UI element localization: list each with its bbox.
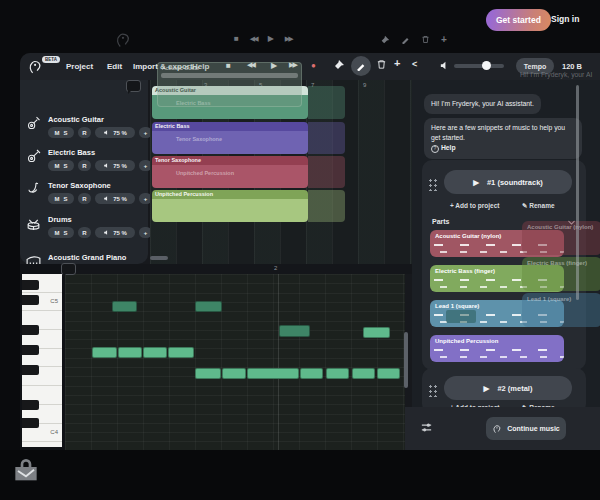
solo-button[interactable]: S — [63, 196, 67, 202]
drag-handle-icon[interactable] — [428, 178, 437, 191]
piano-note[interactable] — [377, 368, 400, 379]
piano-black-key[interactable] — [22, 365, 39, 375]
piano-black-key[interactable] — [22, 280, 39, 290]
arrangement-area[interactable]: 3 5 7 9 Acoustic Guitar Electric Bass El… — [150, 80, 412, 264]
clip-label: Tenor Saxophone — [152, 156, 308, 165]
add-to-project-button[interactable]: + Add to project — [450, 202, 499, 209]
clip-electric-bass[interactable]: Electric Bass Tenor Saxophone — [152, 122, 308, 154]
pin-icon — [380, 35, 390, 45]
volume-icon[interactable] — [439, 60, 450, 71]
solo-button[interactable]: S — [63, 230, 67, 236]
piano-black-key[interactable] — [22, 345, 39, 355]
mute-button[interactable]: M — [54, 230, 59, 236]
menu-edit[interactable]: Edit — [107, 62, 122, 71]
play-icon[interactable]: ▶ — [473, 178, 479, 187]
arm-record-button[interactable]: R — [78, 227, 91, 238]
clip-unpitched-percussion[interactable]: Unpitched Percussion — [152, 190, 308, 222]
help-icon[interactable]: ? — [431, 145, 439, 153]
mute-solo-buttons[interactable]: M S — [48, 193, 74, 204]
assistant-intro-bubble: Here are a few snippets of music to help… — [424, 118, 582, 159]
piano-keyboard[interactable]: C5 C4 — [22, 274, 62, 447]
pencil-tool-button[interactable] — [351, 56, 371, 76]
piano-roll-ruler[interactable]: 2 — [65, 264, 412, 274]
piano-note[interactable] — [326, 368, 349, 379]
piano-note[interactable] — [363, 327, 390, 338]
delete-tool-button[interactable] — [376, 59, 387, 70]
mute-solo-buttons[interactable]: M S — [48, 227, 74, 238]
snippet-1-play-pill[interactable]: ▶ #1 (soundtrack) — [444, 170, 572, 194]
track-list-sidebar: Acoustic Guitar M S R 75 % + Electric Ba… — [20, 80, 148, 264]
drag-handle-icon[interactable] — [428, 384, 437, 397]
arm-record-button[interactable]: R — [78, 193, 91, 204]
piano-note[interactable] — [247, 368, 299, 379]
piano-note[interactable] — [112, 301, 137, 312]
speaker-icon — [103, 229, 110, 236]
track-name[interactable]: Drums — [48, 215, 72, 224]
panel-scrollbar-ghost — [576, 85, 579, 300]
volume-slider-knob[interactable] — [482, 61, 491, 70]
piano-note[interactable] — [195, 301, 222, 312]
piano-note[interactable] — [143, 347, 167, 358]
part-chip-label: Acoustic Guitar (nylon) — [435, 233, 501, 239]
piano-note[interactable] — [118, 347, 142, 358]
horizontal-scrollbar[interactable] — [150, 256, 168, 260]
piano-note[interactable] — [195, 368, 221, 379]
snippet-2-play-pill[interactable]: ▶ #2 (metal) — [444, 376, 572, 400]
sign-in-button[interactable]: Sign in — [551, 14, 579, 24]
track-volume-control[interactable]: 75 % — [95, 193, 135, 204]
vertical-scrollbar[interactable] — [404, 332, 408, 388]
parts-section-label[interactable]: Parts — [432, 218, 450, 225]
piano-note[interactable] — [279, 325, 310, 337]
saxophone-icon — [26, 181, 42, 197]
track-volume-control[interactable]: 75 % — [95, 160, 135, 171]
clip-tenor-saxophone[interactable]: Tenor Saxophone Unpitched Percussion — [152, 156, 308, 188]
part-chip-unpitched-percussion[interactable]: Unpitched Percussion — [430, 335, 564, 362]
piano-white-key[interactable] — [22, 442, 62, 447]
piano-roll-grid[interactable] — [65, 274, 405, 450]
mute-button[interactable]: M — [54, 196, 59, 202]
volume-slider[interactable] — [454, 64, 504, 68]
track-volume-control[interactable]: 75 % — [95, 127, 135, 138]
plus-icon: + — [441, 34, 447, 45]
track-name[interactable]: Acoustic Grand Piano — [48, 253, 126, 262]
arm-record-button[interactable]: R — [78, 127, 91, 138]
play-icon[interactable]: ▶ — [484, 384, 490, 393]
mute-button[interactable]: M — [54, 130, 59, 136]
piano-black-key[interactable] — [22, 325, 39, 335]
continue-music-button[interactable]: Continue music — [486, 417, 566, 440]
piano-note[interactable] — [168, 347, 194, 358]
piano-black-key[interactable] — [22, 400, 39, 410]
piano-black-key[interactable] — [22, 295, 39, 305]
track-name[interactable]: Tenor Saxophone — [48, 181, 111, 190]
mute-solo-buttons[interactable]: M S — [48, 127, 74, 138]
solo-button[interactable]: S — [63, 130, 67, 136]
track-name[interactable]: Acoustic Guitar — [48, 115, 104, 124]
tempo-value[interactable]: 120 B — [562, 62, 582, 71]
get-started-button[interactable]: Get started — [486, 9, 551, 31]
drag-preview-label: Acoustic Guitar — [162, 65, 199, 71]
rename-button[interactable]: ✎ Rename — [522, 202, 555, 210]
mute-solo-buttons[interactable]: M S — [48, 160, 74, 171]
piano-note[interactable] — [352, 368, 375, 379]
piano-note[interactable] — [92, 347, 117, 358]
mute-button[interactable]: M — [54, 163, 59, 169]
pin-tool-button[interactable] — [333, 59, 345, 71]
piano-note[interactable] — [300, 368, 323, 379]
add-tool-button[interactable]: + — [394, 57, 400, 69]
help-link[interactable]: Help — [441, 144, 456, 151]
piano-note[interactable] — [222, 368, 246, 379]
solo-button[interactable]: S — [63, 163, 67, 169]
arm-record-button[interactable]: R — [78, 160, 91, 171]
clip-ghost-extension — [308, 190, 345, 222]
app-logo-ghost-icon — [114, 29, 134, 49]
piano-black-key[interactable] — [22, 418, 39, 428]
track-name[interactable]: Electric Bass — [48, 148, 95, 157]
record-button[interactable]: ● — [311, 61, 316, 70]
bottom-bar: AI工具箱 51tool.com — [0, 450, 600, 500]
clip-ghost-label: Unpitched Percussion — [176, 170, 234, 176]
menu-project[interactable]: Project — [66, 62, 93, 71]
collapse-button[interactable]: < — [412, 59, 417, 69]
settings-sliders-icon[interactable] — [420, 421, 433, 434]
track-volume-control[interactable]: 75 % — [95, 227, 135, 238]
drums-icon — [25, 215, 41, 231]
